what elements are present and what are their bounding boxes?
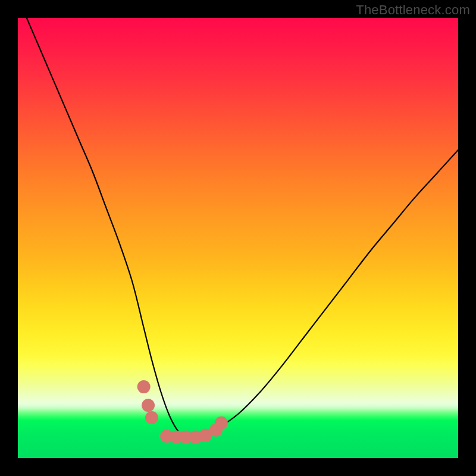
curve-layer <box>18 18 458 458</box>
valley-dot <box>137 380 151 393</box>
bottleneck-curve <box>27 18 458 437</box>
plot-area <box>18 18 458 458</box>
valley-highlight-dots <box>137 380 228 443</box>
chart-frame: TheBottleneck.com <box>0 0 476 476</box>
watermark-text: TheBottleneck.com <box>356 2 470 18</box>
valley-dot <box>215 416 228 430</box>
valley-dot <box>145 411 158 424</box>
valley-dot <box>142 399 155 412</box>
